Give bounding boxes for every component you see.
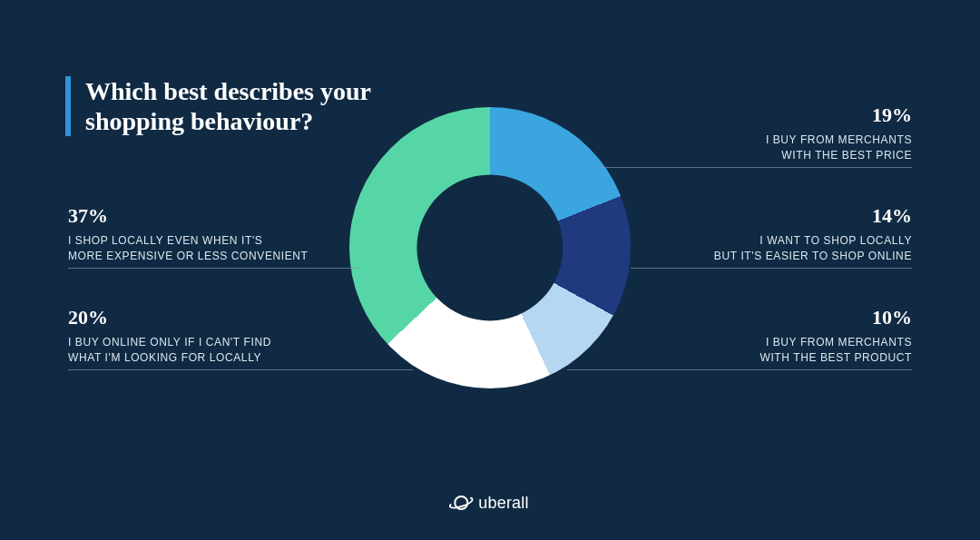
pct-best-product: 10% xyxy=(760,306,913,329)
chart-title: Which best describes your shopping behav… xyxy=(65,76,371,136)
donut-chart xyxy=(349,107,631,388)
title-line-1: Which best describes your xyxy=(85,77,371,105)
leader-shop-local xyxy=(68,268,358,269)
leader-best-product xyxy=(567,369,912,370)
callout-online-only: 20% I BUY ONLINE ONLY IF I CAN'T FIND WH… xyxy=(68,306,271,367)
leader-easier-online xyxy=(631,268,912,269)
pct-shop-local: 37% xyxy=(68,204,309,228)
pct-easier-online: 14% xyxy=(714,204,912,228)
brand-logo: uberall xyxy=(451,493,528,513)
leader-online-only xyxy=(68,369,413,370)
callout-shop-local: 37% I SHOP LOCALLY EVEN WHEN IT'S MORE E… xyxy=(68,204,309,265)
callout-easier-online: 14% I WANT TO SHOP LOCALLY BUT IT'S EASI… xyxy=(714,204,912,265)
callout-best-product: 10% I BUY FROM MERCHANTS WITH THE BEST P… xyxy=(760,306,913,367)
title-line-2: shopping behaviour? xyxy=(85,107,313,135)
callout-best-price: 19% I BUY FROM MERCHANTS WITH THE BEST P… xyxy=(766,103,912,164)
pct-online-only: 20% xyxy=(68,306,271,329)
brand-text: uberall xyxy=(478,494,528,513)
planet-icon xyxy=(451,493,471,513)
leader-best-price xyxy=(599,167,912,168)
pct-best-price: 19% xyxy=(766,103,912,127)
title-accent-bar xyxy=(65,76,71,136)
